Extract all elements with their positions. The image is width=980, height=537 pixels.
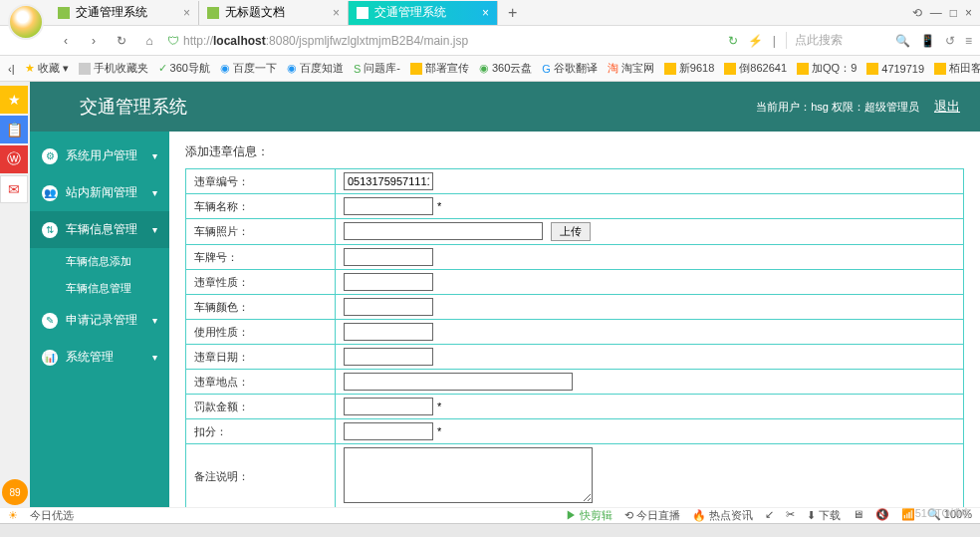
sync-icon[interactable]: ↺ xyxy=(945,34,955,48)
restore-icon[interactable]: ⟲ xyxy=(912,6,922,20)
close-icon[interactable]: × xyxy=(183,6,190,20)
form-input[interactable] xyxy=(344,273,433,291)
refresh-icon[interactable]: ↻ xyxy=(728,34,738,48)
home-button[interactable]: ⌂ xyxy=(139,34,159,48)
status-item[interactable]: ⟲ 今日直播 xyxy=(624,508,680,523)
bookmark-item[interactable]: ◉百度知道 xyxy=(287,61,344,76)
required-star: * xyxy=(437,425,441,437)
bookmark-folder[interactable]: 4719719 xyxy=(866,63,924,75)
tab-2[interactable]: 无标题文档 × xyxy=(199,1,349,25)
bookmark-folder[interactable]: 栢田客贴 xyxy=(934,61,980,76)
sidebar: ⚙ 系统用户管理 ▾ 👥 站内新闻管理 ▾ ⇅ 车辆信息管理 ▾ 车辆信息添加 … xyxy=(30,132,169,507)
phone-icon[interactable]: 📱 xyxy=(920,34,935,48)
expand-icon[interactable]: ‹| xyxy=(8,63,15,75)
form-cell xyxy=(336,320,964,345)
bookmark-item[interactable]: ◉360云盘 xyxy=(479,61,532,76)
form-input[interactable] xyxy=(344,197,433,215)
sidebar-item-users[interactable]: ⚙ 系统用户管理 ▾ xyxy=(30,137,169,174)
tab-label: 交通管理系统 xyxy=(374,4,446,21)
form-cell xyxy=(336,169,964,194)
corner-badge[interactable]: 89 xyxy=(2,479,28,505)
status-today[interactable]: 今日优选 xyxy=(30,508,74,523)
bookmark-item[interactable]: 淘淘宝网 xyxy=(608,61,654,76)
users-icon: 👥 xyxy=(42,185,58,201)
star-icon[interactable]: ★ xyxy=(0,86,28,114)
status-item[interactable]: 🔥 热点资讯 xyxy=(692,508,753,523)
sidebar-item-apply[interactable]: ✎ 申请记录管理 ▾ xyxy=(30,302,169,339)
bookmark-item[interactable]: 手机收藏夹 xyxy=(79,61,148,76)
menu-icon[interactable]: ≡ xyxy=(965,34,972,48)
form-input[interactable] xyxy=(344,298,433,316)
user-avatar[interactable] xyxy=(8,4,44,40)
favorites-button[interactable]: ★收藏 ▾ xyxy=(25,61,69,76)
forward-button[interactable]: › xyxy=(84,34,104,48)
status-icon[interactable]: ↙ xyxy=(765,508,774,523)
bookmark-item[interactable]: ◉百度一下 xyxy=(220,61,277,76)
submenu-item-add[interactable]: 车辆信息添加 xyxy=(66,248,169,275)
close-icon[interactable]: × xyxy=(482,6,489,20)
taskbar xyxy=(0,523,980,537)
tab-label: 无标题文档 xyxy=(225,4,285,21)
sidebar-item-vehicles[interactable]: ⇅ 车辆信息管理 ▾ xyxy=(30,211,169,248)
form-input[interactable] xyxy=(344,248,433,266)
bookmark-item[interactable]: ✓360导航 xyxy=(158,61,210,76)
upload-button[interactable]: 上传 xyxy=(551,222,591,241)
tab-3-active[interactable]: 交通管理系统 × xyxy=(349,1,498,25)
logout-link[interactable]: 退出 xyxy=(934,99,960,114)
favicon-icon xyxy=(58,7,70,19)
remark-textarea[interactable] xyxy=(344,447,593,503)
form-input[interactable] xyxy=(344,422,433,440)
sidebar-item-label: 系统管理 xyxy=(66,349,114,366)
status-icon[interactable]: 🖥 xyxy=(853,508,863,523)
form-cell: * xyxy=(336,194,964,219)
submenu-item-manage[interactable]: 车辆信息管理 xyxy=(66,275,169,302)
bookmark-folder[interactable]: 加QQ：9 xyxy=(797,61,857,76)
chevron-down-icon: ▾ xyxy=(152,150,157,161)
tab-1[interactable]: 交通管理系统 × xyxy=(50,1,199,25)
status-item[interactable]: ▶ 快剪辑 xyxy=(566,508,612,523)
address-bar: ‹ › ↻ ⌂ 🛡 http://localhost:8080/jspmljfw… xyxy=(0,26,980,56)
form-input[interactable] xyxy=(344,172,433,190)
sidebar-item-system[interactable]: 📊 系统管理 ▾ xyxy=(30,339,169,376)
sidebar-item-label: 系统用户管理 xyxy=(66,147,137,164)
status-item[interactable]: ⬇ 下载 xyxy=(807,508,841,523)
sidebar-item-news[interactable]: 👥 站内新闻管理 ▾ xyxy=(30,174,169,211)
badge-icon[interactable]: ✉ xyxy=(0,175,28,203)
status-icon[interactable]: 📶 xyxy=(901,508,915,523)
url-text: http://localhost:8080/jspmljfwzlglxtmjmB… xyxy=(183,34,468,48)
status-icon[interactable]: ✂ xyxy=(786,508,795,523)
bookmark-folder[interactable]: 部署宣传 xyxy=(410,61,469,76)
bookmark-folder[interactable]: 新9618 xyxy=(664,61,714,76)
doc-icon[interactable]: 📋 xyxy=(0,116,28,143)
reload-button[interactable]: ↻ xyxy=(112,34,131,48)
form-label: 车辆名称： xyxy=(186,194,336,219)
back-button[interactable]: ‹ xyxy=(56,34,76,48)
form-cell: * xyxy=(336,395,964,419)
form-input[interactable] xyxy=(344,398,433,415)
form-label: 违章性质： xyxy=(186,270,336,295)
search-icon[interactable]: 🔍 xyxy=(895,34,910,48)
form-cell xyxy=(336,370,964,395)
minimize-icon[interactable]: — xyxy=(930,6,942,20)
bookmark-folder[interactable]: 倒862641 xyxy=(724,61,787,76)
status-bar: ☀ 今日优选 ▶ 快剪辑 ⟲ 今日直播 🔥 热点资讯 ↙ ✂ ⬇ 下载 🖥 🔇 … xyxy=(0,507,980,523)
url-input[interactable]: 🛡 http://localhost:8080/jspmljfwzlglxtmj… xyxy=(167,34,720,48)
bolt-icon[interactable]: ⚡ xyxy=(748,34,763,48)
status-icon[interactable]: 🔇 xyxy=(875,508,889,523)
close-icon[interactable]: × xyxy=(333,6,340,20)
watermark: 51CTO博客 xyxy=(915,506,972,521)
close-window-icon[interactable]: × xyxy=(965,6,972,20)
form-input[interactable] xyxy=(344,222,543,240)
search-input[interactable]: 点此搜索 xyxy=(786,32,885,49)
form-label: 车辆颜色： xyxy=(186,295,336,320)
new-tab-button[interactable]: + xyxy=(498,4,527,22)
maximize-icon[interactable]: □ xyxy=(950,6,957,20)
required-star: * xyxy=(437,200,441,212)
form-input[interactable] xyxy=(344,348,433,366)
bookmark-item[interactable]: S问题库- xyxy=(354,61,400,76)
bookmark-item[interactable]: G谷歌翻译 xyxy=(542,61,598,76)
form-input[interactable] xyxy=(344,323,433,341)
form-label: 车辆照片： xyxy=(186,219,336,245)
form-input[interactable] xyxy=(344,373,573,391)
weibo-icon[interactable]: ⓦ xyxy=(0,145,28,173)
